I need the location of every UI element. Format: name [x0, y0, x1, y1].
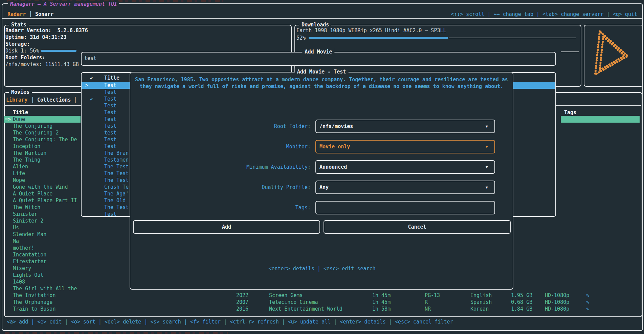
- movie-quality: HD-1080p: [545, 306, 569, 312]
- search-input[interactable]: test: [84, 55, 96, 62]
- result-title: The Test: [104, 170, 129, 177]
- movie-list-item[interactable]: => Inception: [4, 143, 81, 150]
- movie-year: 2016: [236, 306, 248, 312]
- header-divider: [2, 18, 642, 19]
- movie-studio: Screen Gems: [269, 292, 303, 299]
- movie-list-item[interactable]: => Slender Man: [4, 231, 81, 238]
- movie-detail-row[interactable]: 2007 Telecinco Cinema 1h 45m R Spanish 0…: [4, 299, 640, 306]
- movie-detail-row[interactable]: 2016 Next Entertainment World 1h 58m NR …: [4, 306, 640, 312]
- movie-list-item[interactable]: => Alien: [4, 163, 81, 170]
- terminal-artifact-bottom: [5, 332, 228, 334]
- form-field-row: Minimum Availability: Announced ▼: [135, 160, 497, 174]
- selection-arrow-icon: =>: [5, 116, 11, 123]
- movie-title: The Conjuring: The De: [13, 136, 77, 143]
- movie-list-item[interactable]: => Us: [4, 224, 81, 231]
- disk-usage-gauge: [41, 50, 76, 52]
- download-entry[interactable]: Earth 1998 1080p WEBRip x265 Hindi AAC2.…: [296, 27, 446, 34]
- movie-list-item[interactable]: => Dune: [4, 116, 81, 123]
- movie-list-item[interactable]: => The Martian: [4, 150, 81, 156]
- stats-uptime: Uptime: 31d 04:31:23: [5, 34, 67, 41]
- movie-list-item[interactable]: => The Thing: [4, 156, 81, 163]
- movie-detail-row[interactable]: 2022 Screen Gems 1h 45m PG-13 English 1.…: [4, 292, 640, 299]
- movie-list-item[interactable]: => Lights Out: [4, 272, 81, 278]
- field-label: Root Folder:: [135, 123, 311, 130]
- result-title: Test: [104, 109, 116, 116]
- managarr-screen: Managarr – A Servarr management TUI Rada…: [0, 0, 644, 334]
- movie-title: Slender Man: [13, 231, 46, 238]
- movie-runtime: 1h 45m: [372, 292, 391, 299]
- movie-runtime: 1h 58m: [372, 306, 391, 312]
- movie-list-item[interactable]: => Misery: [4, 265, 81, 272]
- result-title: Test: [104, 89, 116, 96]
- movie-overview-line1: San Francisco, 1985. Two opposites attra…: [135, 76, 508, 83]
- movie-certification: NR: [425, 306, 431, 312]
- result-title: Test: [104, 123, 116, 129]
- tab-radarr[interactable]: Radarr: [7, 11, 26, 18]
- field-select[interactable]: [315, 181, 495, 194]
- global-shortcuts: <↑↓> scroll | ←→ change tab | <tab> chan…: [451, 11, 637, 18]
- field-select[interactable]: [315, 201, 495, 214]
- movies-column-tags: Tags: [564, 109, 576, 116]
- chevron-down-icon: ▼: [486, 164, 488, 171]
- movie-title: Us: [13, 224, 19, 231]
- movie-title: The Martian: [13, 150, 46, 156]
- field-value: Announced: [319, 164, 347, 170]
- movie-title: 1408: [13, 278, 25, 285]
- movie-list-item[interactable]: => Gone with the Wind: [4, 184, 81, 190]
- result-title: Test: [104, 143, 116, 150]
- tab-sonarr[interactable]: Sonarr: [35, 11, 53, 18]
- result-title: The Test: [104, 204, 129, 211]
- movie-list-item[interactable]: => Firestarter: [4, 258, 81, 265]
- form-field-row: Quality Profile: Any ▼: [135, 181, 497, 194]
- result-title: Test: [104, 96, 116, 102]
- movie-quality: HD-1080p: [545, 292, 569, 299]
- movie-list-item[interactable]: => Sinister 2: [4, 217, 81, 224]
- radarr-logo-icon: [584, 25, 641, 85]
- result-title: The Old: [104, 197, 126, 204]
- movie-list-item[interactable]: => 1408: [4, 278, 81, 285]
- add-movie-search-box[interactable]: Add Movie test: [81, 52, 556, 66]
- movie-list-item[interactable]: => Nope: [4, 177, 81, 184]
- movie-title: Inception: [13, 143, 40, 150]
- result-title: Crash Te: [104, 184, 129, 190]
- movie-list-item[interactable]: => The Conjuring 2: [4, 129, 81, 136]
- cancel-button[interactable]: Cancel: [324, 220, 511, 234]
- movie-size: 1.95 GB: [511, 292, 532, 299]
- movie-overview-line2: they navigate a world full of risks and …: [140, 83, 504, 90]
- field-value: /nfs/movies: [319, 123, 353, 130]
- movie-list-item[interactable]: => Life: [4, 170, 81, 177]
- movie-list-item[interactable]: => The Conjuring: [4, 123, 81, 129]
- field-value: Any: [319, 184, 329, 191]
- movie-list-item[interactable]: => The Witch: [4, 204, 81, 211]
- movie-list-item[interactable]: => The Conjuring: The De: [4, 136, 81, 143]
- movie-list-item[interactable]: => Ma: [4, 238, 81, 245]
- movie-title: Nope: [13, 177, 25, 184]
- stats-version: Radarr Version: 5.2.6.8376: [5, 27, 88, 34]
- movie-list-item[interactable]: => Sinister: [4, 211, 81, 217]
- movie-title: The Conjuring: [13, 123, 52, 129]
- movie-list-item[interactable]: => Incantation: [4, 251, 81, 258]
- keybar-shortcuts: <a> add | <e> edit | <o> sort | <del> de…: [7, 318, 453, 325]
- movie-list-item[interactable]: => mother!: [4, 245, 81, 251]
- movie-title: Incantation: [13, 251, 46, 258]
- movie-size: 0.68 GB: [511, 299, 532, 306]
- chevron-down-icon: ▼: [486, 184, 488, 191]
- movie-title: mother!: [13, 245, 34, 251]
- field-label: Tags:: [135, 204, 311, 211]
- movie-list-item[interactable]: => A Quiet Place Part II: [4, 197, 81, 204]
- tab-separator: │: [29, 11, 32, 18]
- movie-list-item[interactable]: => The Girl with All the: [4, 285, 81, 292]
- add-button[interactable]: Add: [133, 220, 320, 234]
- tab-library[interactable]: Library: [6, 97, 27, 103]
- movie-title: Firestarter: [13, 258, 46, 265]
- movie-title: Misery: [13, 265, 31, 272]
- app-title: Managarr – A Servarr management TUI: [8, 1, 119, 7]
- movie-list-item[interactable]: => A Quiet Place: [4, 190, 81, 197]
- movies-tab-separator-2: │: [74, 97, 77, 103]
- result-title: test: [104, 129, 116, 136]
- movie-title: Sinister: [13, 211, 37, 217]
- movie-title: A Quiet Place Part II: [13, 197, 77, 204]
- edit-icon: ✎: [586, 306, 589, 312]
- download-percent: 52%: [296, 35, 306, 41]
- tab-collections[interactable]: Collections: [37, 97, 71, 103]
